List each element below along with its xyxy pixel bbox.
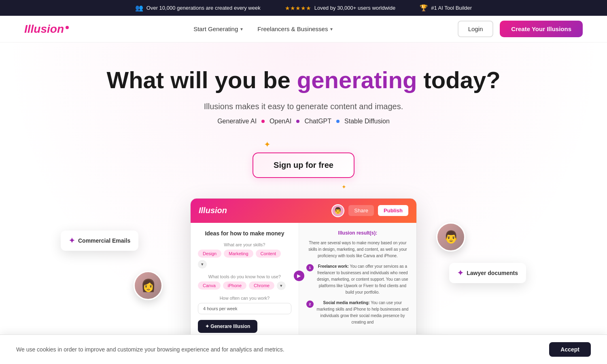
hero-section: What will you be generating today? Illus… [0, 42, 607, 360]
chip-dropdown-1[interactable]: ▾ [198, 260, 207, 269]
skills-label: What are your skills? [198, 242, 291, 247]
tools-label: What tools do you know how to use? [198, 274, 291, 279]
play-indicator: ▶ [294, 271, 304, 281]
topbar-text-rank: #1 AI Tool Builder [431, 5, 472, 11]
app-logo: Illusion [199, 206, 227, 215]
publish-button[interactable]: Publish [378, 205, 408, 216]
tech-badges: Generative AI OpenAI ChatGPT Stable Diff… [8, 118, 599, 125]
logo-text: Illusion [24, 23, 64, 36]
generate-button[interactable]: ✦ Generare Illusion [198, 320, 257, 333]
login-button[interactable]: Login [458, 21, 494, 37]
form-title: Ideas for how to make money [198, 230, 291, 237]
share-button[interactable]: Share [348, 205, 374, 216]
chip-canva[interactable]: Canva [198, 281, 221, 290]
cookie-bar: We use cookies in order to improve and c… [0, 334, 607, 364]
signup-button[interactable]: Sign up for free [253, 152, 354, 178]
plus-icon-2: ✦ [457, 269, 463, 277]
signup-wrap: Sign up for free [8, 152, 599, 178]
result-item-1: 1 Freelance work: You can offer your ser… [306, 263, 409, 296]
hero-title-end: today? [417, 67, 500, 93]
app-form-panel: Ideas for how to make money What are you… [191, 223, 299, 352]
accept-button[interactable]: Accept [549, 342, 591, 357]
chip-iphone[interactable]: iPhone [223, 281, 246, 290]
float-card-label-1: Commercial Emails [78, 237, 130, 244]
chip-content[interactable]: Content [256, 250, 281, 258]
result-1-title: Freelance work: [318, 264, 349, 269]
stars-icon: ★★★★★ [285, 5, 311, 11]
plus-icon-1: ✦ [69, 236, 75, 245]
app-result-panel: Illusion result(s): There are several wa… [299, 223, 416, 352]
chip-design[interactable]: Design [198, 250, 221, 258]
float-card-lawyer: ✦ Lawyer documents [449, 263, 526, 283]
nav-start-generating[interactable]: Start Generating ▾ [188, 22, 248, 36]
create-button[interactable]: Create Your Illusions [500, 21, 583, 37]
result-item-1-text: Freelance work: You can offer your servi… [316, 263, 409, 296]
result-item-2-text: Social media marketing: You can use your… [316, 300, 409, 326]
generate-label: ✦ Generare Illusion [205, 324, 250, 329]
chip-dropdown-2[interactable]: ▾ [277, 281, 286, 290]
trophy-icon: 🏆 [420, 4, 428, 12]
tech-gen-ai: Generative AI [217, 118, 257, 125]
logo[interactable]: Illusion [24, 23, 69, 36]
topbar-item-rank: 🏆 #1 AI Tool Builder [420, 4, 472, 12]
topbar-text-users: Loved by 30,000+ users worldwide [314, 5, 396, 11]
chevron-down-icon: ▾ [240, 26, 243, 32]
hero-title: What will you be generating today? [8, 67, 599, 94]
nav-freelancers[interactable]: Freelancers & Businesses ▾ [252, 22, 338, 36]
app-avatar: 👨 [331, 204, 344, 217]
users-icon: 👥 [135, 4, 143, 12]
result-num-2: 2 [306, 301, 314, 308]
dot-sep-2 [296, 120, 299, 123]
result-1-body: You can offer your services as a freelan… [317, 264, 408, 294]
nav-actions: Login Create Your Illusions [458, 21, 583, 37]
sparkle-icon-1: ✦ [264, 140, 271, 149]
app-header-actions: 👨 Share Publish [331, 204, 408, 217]
hero-content: What will you be generating today? Illus… [8, 67, 599, 348]
navbar: Illusion Start Generating ▾ Freelancers … [0, 16, 607, 42]
nav-links: Start Generating ▾ Freelancers & Busines… [188, 22, 338, 36]
dot-sep-3 [336, 120, 340, 123]
topbar-text-generations: Over 10,000 generations are created ever… [146, 5, 261, 11]
app-header: Illusion 👨 Share Publish [191, 199, 416, 223]
chip-marketing[interactable]: Marketing [224, 250, 253, 258]
result-title: Illusion result(s): [306, 230, 409, 236]
top-bar: 👥 Over 10,000 generations are created ev… [0, 0, 607, 16]
app-preview-container: Illusion 👨 Share Publish Ideas for how t… [188, 198, 419, 353]
float-card-label-2: Lawyer documents [467, 270, 518, 276]
app-body: Ideas for how to make money What are you… [191, 223, 416, 352]
avatar-right: 👨 [436, 222, 465, 252]
tools-chips: Canva iPhone Chrome ▾ [198, 281, 291, 290]
result-num-1: 1 [306, 264, 314, 271]
skills-chips: Design Marketing Content ▾ [198, 250, 291, 269]
logo-dot [66, 26, 69, 29]
sparkle-icon-2: ✦ [342, 184, 346, 190]
topbar-item-users: ★★★★★ Loved by 30,000+ users worldwide [285, 5, 396, 11]
result-intro: There are several ways to make money bas… [306, 240, 409, 259]
topbar-item-generations: 👥 Over 10,000 generations are created ev… [135, 4, 261, 12]
float-card-commercial-emails: ✦ Commercial Emails [61, 231, 138, 251]
result-2-title: Social media marketing: [323, 301, 370, 305]
nav-freelancers-label: Freelancers & Businesses [257, 25, 328, 32]
avatar-left: 👩 [134, 271, 163, 300]
cookie-text: We use cookies in order to improve and c… [16, 346, 284, 353]
hero-subtitle: Illusions makes it easy to generate cont… [8, 102, 599, 111]
frequency-input[interactable] [198, 303, 291, 314]
hero-title-start: What will you be [106, 67, 297, 93]
tech-openai: OpenAI [270, 118, 291, 125]
chip-chrome[interactable]: Chrome [249, 281, 274, 290]
tech-stable-diffusion: Stable Diffusion [344, 118, 390, 125]
tech-chatgpt: ChatGPT [304, 118, 331, 125]
nav-start-label: Start Generating [193, 25, 238, 32]
chevron-down-icon-2: ▾ [330, 26, 333, 32]
hero-title-highlight: generating [297, 67, 417, 93]
result-item-2: 2 Social media marketing: You can use yo… [306, 300, 409, 326]
dot-sep-1 [261, 120, 265, 123]
frequency-label: How often can you work? [198, 296, 291, 301]
